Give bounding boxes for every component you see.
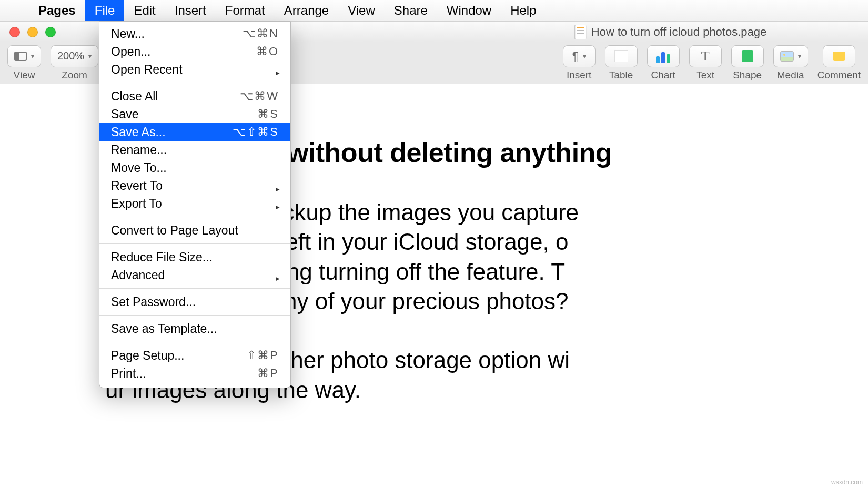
file-menu-rename[interactable]: Rename... bbox=[99, 141, 290, 159]
paragraph-icon: ¶ bbox=[572, 49, 579, 63]
media-button[interactable]: ▾ bbox=[773, 45, 808, 67]
menu-view[interactable]: View bbox=[338, 0, 385, 21]
text-icon: T bbox=[701, 48, 710, 64]
comment-label: Comment bbox=[817, 69, 861, 81]
menu-window[interactable]: Window bbox=[437, 0, 501, 21]
document-title-text: How to turn off icloud photos.page bbox=[591, 25, 766, 39]
file-menu-close-all[interactable]: Close All⌥⌘W bbox=[99, 87, 290, 105]
view-button[interactable]: ▾ bbox=[7, 45, 41, 67]
file-menu-new[interactable]: New...⌥⌘N bbox=[99, 25, 290, 43]
menu-item-label: Rename... bbox=[111, 143, 167, 157]
shape-icon bbox=[742, 50, 753, 62]
chevron-down-icon: ▾ bbox=[88, 53, 92, 60]
file-menu-export-to[interactable]: Export To bbox=[99, 195, 290, 212]
menu-item-label: Page Setup... bbox=[111, 349, 184, 363]
table-label: Table bbox=[609, 69, 633, 81]
document-icon bbox=[574, 25, 586, 39]
chart-button[interactable] bbox=[647, 45, 680, 67]
file-menu-print[interactable]: Print...⌘P bbox=[99, 364, 290, 382]
zoom-value: 200% bbox=[57, 50, 84, 62]
menu-arrange[interactable]: Arrange bbox=[275, 0, 338, 21]
file-menu-save-as-template[interactable]: Save as Template... bbox=[99, 320, 290, 338]
app-menu[interactable]: Pages bbox=[29, 3, 85, 18]
file-menu-open[interactable]: Open...⌘O bbox=[99, 43, 290, 60]
shape-button[interactable] bbox=[731, 45, 764, 67]
menu-item-label: Save As... bbox=[111, 125, 166, 139]
file-menu-set-password[interactable]: Set Password... bbox=[99, 293, 290, 311]
minimize-window-button[interactable] bbox=[27, 27, 38, 37]
insert-button[interactable]: ¶ ▾ bbox=[563, 45, 596, 67]
chevron-down-icon: ▾ bbox=[798, 53, 801, 60]
file-menu-save-as[interactable]: Save As...⌥⇧⌘S bbox=[99, 123, 290, 141]
chevron-down-icon: ▾ bbox=[31, 53, 34, 60]
media-label: Media bbox=[777, 69, 804, 81]
menu-item-label: Open Recent bbox=[111, 63, 183, 77]
media-icon bbox=[780, 51, 794, 62]
file-menu-convert-to-page-layout[interactable]: Convert to Page Layout bbox=[99, 221, 290, 239]
menu-item-label: New... bbox=[111, 27, 145, 41]
shape-label: Shape bbox=[733, 69, 762, 81]
file-menu-page-setup[interactable]: Page Setup...⇧⌘P bbox=[99, 347, 290, 364]
keyboard-shortcut: ⇧⌘P bbox=[247, 349, 279, 362]
file-menu-reduce-file-size[interactable]: Reduce File Size... bbox=[99, 248, 290, 266]
file-menu-dropdown: New...⌥⌘NOpen...⌘OOpen RecentClose All⌥⌘… bbox=[99, 21, 291, 388]
menu-item-label: Convert to Page Layout bbox=[111, 223, 238, 238]
keyboard-shortcut: ⌥⇧⌘S bbox=[233, 125, 279, 139]
file-menu-advanced[interactable]: Advanced bbox=[99, 266, 290, 284]
menu-item-label: Print... bbox=[111, 367, 146, 381]
menu-share[interactable]: Share bbox=[385, 0, 437, 21]
text-label: Text bbox=[696, 69, 714, 81]
file-menu-move-to[interactable]: Move To... bbox=[99, 159, 290, 177]
view-icon bbox=[14, 52, 27, 61]
file-menu-open-recent[interactable]: Open Recent bbox=[99, 60, 290, 78]
menu-edit[interactable]: Edit bbox=[124, 0, 165, 21]
menu-separator bbox=[99, 217, 290, 217]
document-title[interactable]: How to turn off icloud photos.page bbox=[574, 25, 766, 39]
menu-separator bbox=[99, 288, 290, 289]
zoom-window-button[interactable] bbox=[45, 27, 56, 37]
keyboard-shortcut: ⌘O bbox=[256, 45, 279, 58]
keyboard-shortcut: ⌘S bbox=[257, 107, 279, 121]
file-menu-save[interactable]: Save⌘S bbox=[99, 105, 290, 123]
menu-separator bbox=[99, 342, 290, 342]
menu-file[interactable]: File bbox=[85, 0, 125, 21]
menu-insert[interactable]: Insert bbox=[165, 0, 216, 21]
table-button[interactable] bbox=[605, 45, 638, 67]
menu-item-label: Advanced bbox=[111, 268, 165, 282]
zoom-button[interactable]: 200% ▾ bbox=[51, 45, 98, 67]
chart-label: Chart bbox=[651, 69, 675, 81]
menu-item-label: Revert To bbox=[111, 179, 163, 193]
menu-format[interactable]: Format bbox=[216, 0, 275, 21]
file-menu-revert-to[interactable]: Revert To bbox=[99, 177, 290, 195]
insert-label: Insert bbox=[567, 69, 592, 81]
comment-button[interactable] bbox=[823, 45, 855, 67]
source-watermark: wsxdn.com bbox=[831, 479, 863, 486]
menu-item-label: Save bbox=[111, 107, 138, 121]
menu-item-label: Export To bbox=[111, 197, 162, 211]
menu-item-label: Set Password... bbox=[111, 295, 196, 309]
keyboard-shortcut: ⌘P bbox=[257, 367, 279, 380]
keyboard-shortcut: ⌥⌘W bbox=[240, 89, 279, 103]
chart-icon bbox=[656, 50, 670, 63]
chevron-down-icon: ▾ bbox=[583, 53, 586, 60]
menu-separator bbox=[99, 243, 290, 244]
comment-icon bbox=[833, 52, 845, 61]
menu-item-label: Move To... bbox=[111, 161, 167, 175]
text-button[interactable]: T bbox=[689, 45, 722, 67]
table-icon bbox=[614, 50, 628, 62]
view-label: View bbox=[14, 69, 35, 81]
menu-separator bbox=[99, 315, 290, 316]
close-window-button[interactable] bbox=[9, 27, 20, 37]
menu-item-label: Reduce File Size... bbox=[111, 250, 213, 265]
menu-item-label: Close All bbox=[111, 89, 158, 104]
menu-item-label: Save as Template... bbox=[111, 322, 217, 336]
menu-help[interactable]: Help bbox=[501, 0, 546, 21]
menu-separator bbox=[99, 83, 290, 83]
mac-menubar: Pages FileEditInsertFormatArrangeViewSha… bbox=[0, 0, 868, 21]
keyboard-shortcut: ⌥⌘N bbox=[243, 27, 279, 40]
menu-item-label: Open... bbox=[111, 45, 150, 59]
zoom-label: Zoom bbox=[62, 69, 87, 81]
